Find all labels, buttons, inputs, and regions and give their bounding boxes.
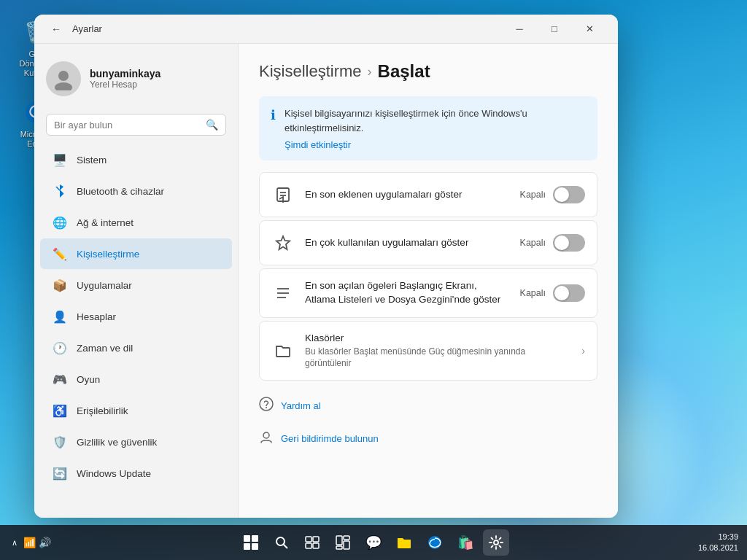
help-link[interactable]: Yardım al: [259, 389, 597, 422]
help-icon: [259, 397, 274, 415]
erisim-icon: ♿: [52, 402, 68, 419]
sistem-icon: 🖥️: [52, 152, 68, 168]
main-content: Kişiselleştirme › Başlat ℹ Kişisel bilgi…: [239, 44, 618, 518]
feedback-icon: [259, 429, 274, 448]
svg-point-1: [58, 71, 69, 81]
search-box[interactable]: 🔍: [46, 114, 226, 136]
widgets-button[interactable]: [330, 529, 356, 556]
svg-rect-14: [252, 535, 258, 542]
taskbar: ∧ 📶 🔊: [0, 525, 747, 560]
sidebar-item-label: Gizlilik ve güvenlik: [77, 437, 157, 448]
folders-right: ›: [581, 345, 585, 357]
settings-body: bunyaminkaya Yerel Hesap 🔍 🖥️ Sistem: [34, 44, 618, 518]
recent-apps-text: En son eklenen uygulamaları göster: [305, 188, 510, 202]
recent-apps-toggle-label: Kapalı: [520, 190, 546, 200]
svg-point-2: [55, 82, 72, 90]
setting-row-folders[interactable]: Klasörler Bu klasörler Başlat menüsünde …: [259, 321, 597, 381]
setting-row-most-used: En çok kullanılan uygulamaları göster Ka…: [259, 220, 597, 265]
taskbar-clock[interactable]: 19:39 16.08.2021: [698, 532, 738, 554]
svg-point-17: [276, 537, 285, 545]
activate-link[interactable]: Şimdi etkinleştir: [285, 139, 586, 150]
teams-button[interactable]: 💬: [360, 529, 387, 556]
network-icon: 📶: [23, 537, 36, 548]
most-used-icon: [271, 231, 295, 254]
svg-rect-20: [313, 537, 319, 542]
close-button[interactable]: ✕: [573, 18, 606, 41]
toggle-thumb: [554, 187, 569, 202]
zaman-icon: 🕐: [52, 340, 68, 356]
recent-items-text: En son açılan ögeleri Başlangıç Ekranı, …: [305, 279, 510, 307]
most-used-right: Kapalı: [520, 234, 585, 252]
chevron-right-icon: ›: [581, 345, 585, 357]
sidebar-item-ag[interactable]: 🌐 Ağ & internet: [40, 207, 232, 238]
feedback-link[interactable]: Geri bildirimde bulunun: [259, 422, 597, 455]
recent-items-toggle[interactable]: [553, 284, 585, 302]
edge-taskbar-button[interactable]: [422, 529, 448, 556]
taskbar-system-tray-left: ∧ 📶 🔊: [9, 535, 51, 551]
sidebar-item-oyun[interactable]: 🎮 Oyun: [40, 364, 232, 394]
sidebar-item-zaman[interactable]: 🕐 Zaman ve dil: [40, 332, 232, 363]
sidebar-item-label: Uygulamalar: [77, 280, 132, 291]
clock-time: 19:39: [698, 532, 738, 542]
folders-text: Klasörler Bu klasörler Başlat menüsünde …: [305, 332, 571, 370]
task-view-button[interactable]: [299, 529, 325, 556]
taskbar-center: 💬 🛍️: [238, 529, 509, 556]
svg-marker-6: [276, 236, 290, 249]
uygulamalar-icon: 📦: [52, 277, 68, 293]
svg-rect-25: [344, 541, 349, 549]
sidebar-item-uygulamalar[interactable]: 📦 Uygulamalar: [40, 270, 232, 300]
svg-point-10: [260, 397, 273, 411]
chevron-icon[interactable]: ∧: [9, 535, 20, 551]
svg-point-28: [494, 540, 498, 545]
recent-apps-right: Kapalı: [520, 186, 585, 203]
kisisel-icon: ✏️: [52, 246, 68, 262]
recent-items-toggle-label: Kapalı: [520, 288, 546, 298]
info-text: Kişisel bilgisayarınızı kişiselleştirmek…: [285, 106, 586, 135]
svg-rect-22: [313, 543, 319, 548]
store-button[interactable]: 🛍️: [452, 529, 479, 556]
sidebar-item-kisisel[interactable]: ✏️ Kişiselleştirme: [40, 238, 232, 269]
back-button[interactable]: ←: [46, 19, 66, 39]
sidebar-item-label: Zaman ve dil: [77, 343, 133, 354]
breadcrumb: Kişiselleştirme › Başlat: [259, 61, 597, 82]
sidebar-item-hesaplar[interactable]: 👤 Hesaplar: [40, 301, 232, 332]
breadcrumb-current: Başlat: [378, 61, 430, 82]
toggle-thumb: [554, 286, 569, 300]
sidebar-item-sistem[interactable]: 🖥️ Sistem: [40, 144, 232, 175]
sidebar-item-gizlilik[interactable]: 🛡️ Gizlilik ve güvenlik: [40, 427, 232, 457]
search-input[interactable]: [54, 120, 200, 131]
recent-items-icon: [271, 281, 295, 305]
user-type: Yerel Hesap: [90, 79, 160, 90]
sidebar-item-update[interactable]: 🔄 Windows Update: [40, 458, 232, 489]
recent-apps-icon: [271, 183, 295, 206]
sound-icon: 🔊: [39, 537, 51, 548]
maximize-button[interactable]: □: [538, 18, 571, 41]
start-button[interactable]: [238, 529, 264, 556]
settings-taskbar-button[interactable]: [483, 529, 509, 556]
svg-line-18: [284, 545, 288, 549]
sidebar: bunyaminkaya Yerel Hesap 🔍 🖥️ Sistem: [34, 44, 239, 518]
breadcrumb-separator: ›: [368, 64, 372, 79]
explorer-button[interactable]: [391, 529, 417, 556]
most-used-toggle[interactable]: [553, 234, 585, 252]
username: bunyaminkaya: [90, 68, 160, 79]
recent-apps-label: En son eklenen uygulamaları göster: [305, 188, 510, 202]
user-section[interactable]: bunyaminkaya Yerel Hesap: [34, 55, 238, 108]
recent-apps-toggle[interactable]: [553, 186, 585, 203]
sidebar-item-label: Hesaplar: [77, 311, 116, 322]
sidebar-item-label: Windows Update: [77, 468, 151, 479]
recent-items-label: En son açılan ögeleri Başlangıç Ekranı, …: [305, 279, 510, 307]
info-content: Kişisel bilgisayarınızı kişiselleştirmek…: [285, 106, 586, 150]
svg-rect-26: [336, 546, 342, 549]
sidebar-item-label: Kişiselleştirme: [77, 249, 139, 260]
folders-icon: [271, 339, 295, 362]
sidebar-item-erisim[interactable]: ♿ Erişilebilirlik: [40, 395, 232, 426]
clock-date: 16.08.2021: [698, 542, 738, 553]
sidebar-item-bluetooth[interactable]: Bluetooth & cihazlar: [40, 176, 232, 206]
svg-rect-15: [244, 543, 250, 550]
search-taskbar-button[interactable]: [268, 529, 295, 556]
feedback-label: Geri bildirimde bulunun: [281, 433, 379, 444]
recent-items-right: Kapalı: [520, 284, 585, 302]
search-icon: 🔍: [206, 119, 218, 131]
minimize-button[interactable]: ─: [503, 18, 536, 41]
